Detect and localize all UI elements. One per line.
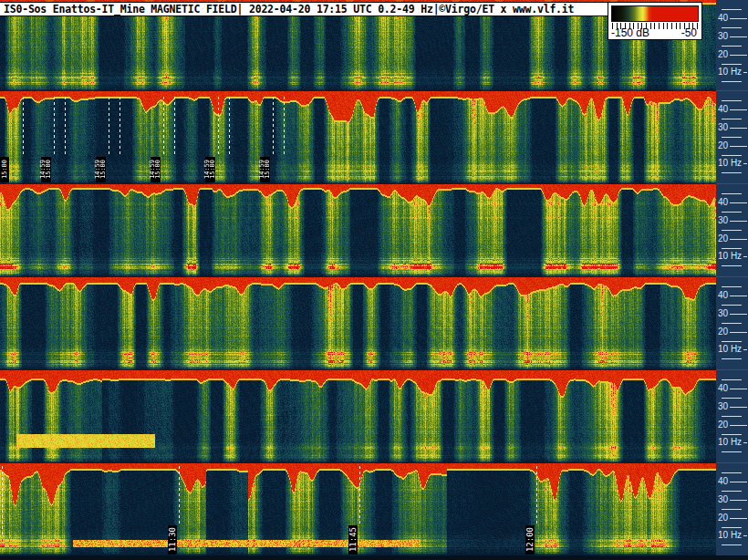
freq-minor-tick: [722, 172, 742, 173]
freq-minor-tick: [722, 358, 742, 359]
axis-strip-separator: [716, 276, 748, 277]
spectrogram-strip-4: [0, 277, 716, 370]
time-marker-label: 11:45: [348, 525, 358, 555]
time-marker-label: 14:5915:00: [151, 157, 161, 182]
spectrogram-strip-3: [0, 184, 716, 277]
time-marker-text: 12:00: [525, 527, 535, 552]
freq-major-tick: 10 Hz: [718, 437, 747, 448]
time-marker-label: 14:5915:00: [205, 157, 215, 182]
freq-major-tick: 10 Hz: [718, 530, 747, 541]
freq-minor-tick: [722, 81, 742, 82]
time-marker-line: [284, 97, 285, 157]
freq-major-tick: 40: [718, 197, 747, 208]
freq-tick-label: 40: [718, 476, 730, 487]
freq-tick-line: [730, 55, 747, 56]
axis-strip-separator: [716, 90, 748, 91]
freq-minor-tick: [722, 27, 742, 28]
colorbar-gradient: [611, 5, 699, 22]
freq-major-tick: 30: [718, 308, 747, 319]
freq-major-tick: 10 Hz: [718, 158, 747, 169]
freq-minor-tick: [722, 46, 742, 47]
title-bar: IS0-Sos Enattos-IT_Mine MAGNETIC FIELD| …: [0, 2, 608, 16]
freq-tick-label: 20: [718, 327, 730, 337]
colorbar-max-label: -50: [681, 26, 697, 39]
time-marker-line: [536, 466, 537, 525]
time-marker-line: [163, 97, 164, 157]
freq-tick-label: 30: [718, 122, 730, 133]
freq-tick-label: 40: [718, 104, 730, 115]
freq-minor-tick: [722, 248, 742, 249]
time-marker-line: [119, 97, 120, 157]
freq-minor-tick: [722, 137, 742, 138]
freq-major-tick: 30: [718, 122, 747, 133]
freq-major-tick: 20: [718, 420, 747, 430]
freq-minor-tick: [722, 119, 742, 119]
freq-tick-line: [730, 146, 747, 147]
time-marker-text: 11:30: [168, 527, 177, 552]
freq-minor-tick: [722, 379, 742, 380]
freq-major-tick: 10 Hz: [718, 67, 747, 78]
freq-tick-line: [730, 407, 747, 408]
time-marker-line: [359, 466, 360, 525]
freq-tick-label: 20: [718, 233, 730, 244]
time-marker-label: 15:00: [0, 157, 9, 182]
freq-minor-tick: [722, 230, 742, 231]
time-marker-text: 15:00: [211, 160, 215, 179]
freq-minor-tick: [722, 341, 742, 342]
freq-tick-label: 30: [718, 494, 730, 505]
axis-strip-separator: [716, 462, 748, 463]
freq-tick-label: 10 Hz: [718, 158, 743, 169]
spectrogram-strip-5: [0, 370, 716, 463]
colorbar-labels: -150 dB -50: [611, 26, 697, 39]
freq-tick-line: [730, 482, 747, 482]
freq-tick-label: 40: [718, 13, 730, 24]
time-marker-label: 11:30: [168, 525, 177, 555]
freq-tick-label: 30: [718, 31, 730, 42]
spectrogram-strip-6: [0, 463, 716, 555]
freq-minor-tick: [722, 193, 742, 194]
freq-major-tick: 20: [718, 49, 747, 60]
freq-tick-label: 10 Hz: [718, 344, 743, 355]
time-marker-text: 15:00: [265, 160, 270, 179]
time-marker-line: [2, 466, 3, 536]
freq-tick-line: [730, 518, 747, 519]
frequency-axis-panel: 40302010 Hz40302010 Hz40302010 Hz4030201…: [716, 0, 748, 560]
freq-major-tick: 30: [718, 494, 747, 505]
freq-tick-line: [743, 535, 747, 536]
time-marker-line: [65, 97, 66, 157]
time-marker-text: 15:00: [3, 160, 7, 179]
freq-minor-tick: [722, 472, 742, 473]
time-marker-label: 14:5915:00: [96, 157, 106, 182]
freq-tick-label: 30: [718, 308, 730, 319]
freq-tick-label: 20: [718, 140, 730, 151]
freq-major-tick: 40: [718, 104, 747, 115]
freq-tick-line: [743, 442, 747, 443]
freq-tick-line: [730, 109, 747, 110]
freq-major-tick: 40: [718, 13, 747, 24]
time-marker-line: [179, 466, 180, 525]
freq-minor-tick: [722, 544, 742, 545]
freq-tick-label: 40: [718, 197, 730, 208]
freq-minor-tick: [722, 323, 742, 324]
freq-minor-tick: [722, 9, 742, 10]
time-marker-line: [109, 97, 109, 157]
freq-tick-label: 30: [718, 401, 730, 412]
colorbar-min-label: -150 dB: [611, 26, 649, 39]
time-marker-label: 14:5915:00: [41, 157, 51, 182]
freq-minor-tick: [722, 491, 742, 492]
time-marker-line: [23, 97, 24, 157]
freq-minor-tick: [722, 100, 742, 101]
freq-major-tick: 30: [718, 401, 747, 412]
time-marker-line: [218, 97, 219, 157]
freq-major-tick: 30: [718, 215, 747, 226]
time-marker-line: [229, 97, 230, 157]
freq-major-tick: 20: [718, 140, 747, 151]
freq-tick-line: [730, 314, 747, 315]
freq-tick-label: 40: [718, 290, 730, 301]
spectrogram-screen: 40302010 Hz40302010 Hz40302010 Hz4030201…: [0, 0, 748, 560]
freq-major-tick: 40: [718, 476, 747, 487]
freq-minor-tick: [722, 155, 742, 156]
freq-major-tick: 10 Hz: [718, 344, 747, 355]
freq-tick-line: [730, 128, 747, 129]
freq-tick-line: [730, 221, 747, 222]
